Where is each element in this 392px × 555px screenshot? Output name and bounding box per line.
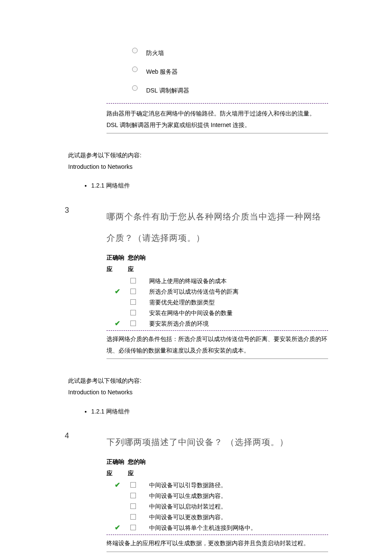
radio-label: 防火墙 <box>146 47 164 57</box>
option-row: ✔ 所选介质可以成功传送信号的距离 <box>107 287 328 296</box>
checkbox-icon[interactable] <box>130 289 136 294</box>
your-cell <box>128 321 149 326</box>
radio-icon <box>132 85 138 91</box>
reference-course: Introduction to Networks <box>68 161 328 173</box>
document-page: 防火墙 Web 服务器 DSL 调制解调器 路由器用于确定消息在网络中的传输路径… <box>0 0 392 555</box>
option-row: 需要优先处理的数据类型 <box>107 298 328 306</box>
option-row: ✔ 中间设备可以引导数据路径。 <box>107 480 328 489</box>
question-text: 哪两个条件有助于您从各种网络介质当中选择一种网络介质？（请选择两项。） <box>107 206 328 249</box>
option-row: ✔ 中间设备可以将单个主机连接到网络中。 <box>107 523 328 532</box>
question-text: 下列哪两项描述了中间设备？ （选择两项。） <box>107 431 328 453</box>
option-label: 中间设备可以引导数据路径。 <box>149 480 328 489</box>
your-cell <box>128 493 149 498</box>
q2-explanation: 路由器用于确定消息在网络中的传输路径。防火墙用于过滤传入和传出的流量。 DSL … <box>107 103 328 133</box>
correct-cell: ✔ <box>107 523 128 532</box>
option-label: 需要优先处理的数据类型 <box>149 298 328 306</box>
q4-explanation: 终端设备上的应用程序可以生成数据，更改数据内容并且负责启动封装过程。 <box>107 535 328 552</box>
checkbox-icon[interactable] <box>130 278 136 283</box>
reference-course: Introduction to Networks <box>68 387 328 398</box>
reference-item: 1.2.1 网络组件 <box>91 406 328 417</box>
correct-cell: ✔ <box>107 287 128 295</box>
question-body: 哪两个条件有助于您从各种网络介质当中选择一种网络介质？（请选择两项。） 正确响应… <box>107 206 328 359</box>
reference-item: 1.2.1 网络组件 <box>91 180 328 191</box>
your-cell <box>128 503 149 509</box>
option-row: ✔ 要安装所选介质的环境 <box>107 319 328 328</box>
checkbox-icon[interactable] <box>130 310 136 315</box>
option-label: 中间设备可以启动封装过程。 <box>149 502 328 511</box>
reference-intro: 此试题参考以下领域的内容: <box>68 375 328 387</box>
option-row: 中间设备可以启动封装过程。 <box>107 502 328 511</box>
option-label: 中间设备可以生成数据内容。 <box>149 491 328 500</box>
answer-header: 正确响应 您的响应 <box>107 252 328 275</box>
option-label: 中间设备可以将单个主机连接到网络中。 <box>149 523 328 532</box>
radio-icon <box>132 48 138 53</box>
question-body: 下列哪两项描述了中间设备？ （选择两项。） 正确响应 您的响应 ✔ 中间设备可以… <box>107 431 328 552</box>
option-row: 网络上使用的终端设备的成本 <box>107 276 328 285</box>
your-cell <box>128 299 149 305</box>
checkbox-icon[interactable] <box>130 482 136 488</box>
checkbox-icon[interactable] <box>130 493 136 498</box>
checkbox-icon[interactable] <box>130 321 136 326</box>
checkmark-icon: ✔ <box>115 481 120 489</box>
your-cell <box>128 525 149 530</box>
question-3: 3 哪两个条件有助于您从各种网络介质当中选择一种网络介质？（请选择两项。） 正确… <box>64 206 328 359</box>
q2-radio-options: 防火墙 Web 服务器 DSL 调制解调器 <box>132 47 328 95</box>
col-correct-header: 正确响应 <box>107 456 128 479</box>
radio-option[interactable]: 防火墙 <box>132 47 328 57</box>
your-cell <box>128 289 149 294</box>
col-your-header: 您的响应 <box>128 456 149 479</box>
option-row: 安装在网络中的中间设备的数量 <box>107 308 328 317</box>
option-label: 要安装所选介质的环境 <box>149 319 328 328</box>
your-cell <box>128 310 149 315</box>
radio-label: DSL 调制解调器 <box>146 84 189 95</box>
checkbox-icon[interactable] <box>130 525 136 530</box>
question-number: 4 <box>64 431 107 552</box>
option-row: 中间设备可以更改数据内容。 <box>107 512 328 521</box>
checkbox-icon[interactable] <box>130 514 136 520</box>
checkmark-icon: ✔ <box>115 319 120 327</box>
checkbox-icon[interactable] <box>130 503 136 509</box>
q3-reference: 此试题参考以下领域的内容: Introduction to Networks 1… <box>68 375 328 417</box>
q3-explanation: 选择网络介质的条件包括：所选介质可以成功传送信号的距离、要安装所选介质的环境、必… <box>107 330 328 359</box>
reference-list: 1.2.1 网络组件 <box>91 406 328 417</box>
q2-reference: 此试题参考以下领域的内容: Introduction to Networks 1… <box>68 150 328 191</box>
checkbox-icon[interactable] <box>130 299 136 305</box>
correct-cell: ✔ <box>107 319 128 327</box>
your-cell <box>128 514 149 520</box>
option-label: 安装在网络中的中间设备的数量 <box>149 308 328 317</box>
option-label: 网络上使用的终端设备的成本 <box>149 276 328 285</box>
reference-intro: 此试题参考以下领域的内容: <box>68 150 328 161</box>
question-4: 4 下列哪两项描述了中间设备？ （选择两项。） 正确响应 您的响应 ✔ 中间设备… <box>64 431 328 552</box>
radio-option[interactable]: Web 服务器 <box>132 66 328 76</box>
question-number: 3 <box>64 206 107 359</box>
col-correct-header: 正确响应 <box>107 252 128 275</box>
option-label: 所选介质可以成功传送信号的距离 <box>149 287 328 296</box>
your-cell <box>128 482 149 488</box>
radio-icon <box>132 66 138 72</box>
correct-cell: ✔ <box>107 481 128 489</box>
col-your-header: 您的响应 <box>128 252 149 275</box>
option-label: 中间设备可以更改数据内容。 <box>149 512 328 521</box>
radio-label: Web 服务器 <box>146 66 178 76</box>
radio-option[interactable]: DSL 调制解调器 <box>132 84 328 95</box>
checkmark-icon: ✔ <box>115 523 120 532</box>
your-cell <box>128 278 149 283</box>
option-row: 中间设备可以生成数据内容。 <box>107 491 328 500</box>
reference-list: 1.2.1 网络组件 <box>91 180 328 191</box>
checkmark-icon: ✔ <box>115 287 120 295</box>
answer-header: 正确响应 您的响应 <box>107 456 328 479</box>
